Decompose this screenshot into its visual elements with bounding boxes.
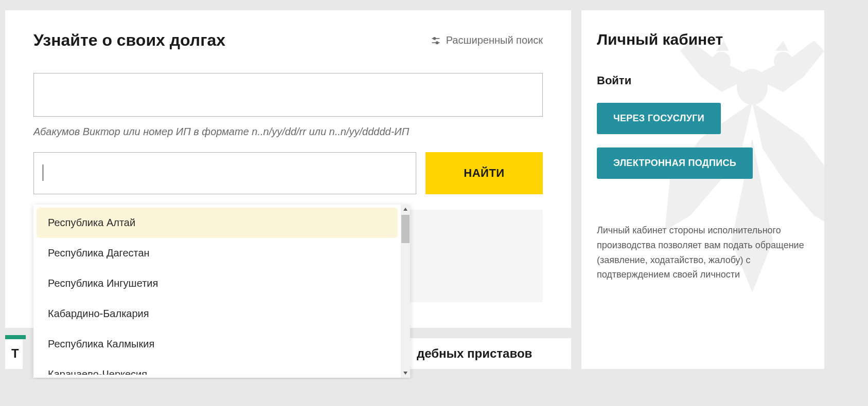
sidebar-description: Личный кабинет стороны исполнительного п…: [597, 223, 809, 282]
tab-left[interactable]: Т: [5, 338, 23, 369]
text-caret: [43, 164, 43, 181]
region-input-wrapper: Республика Алтай Республика Дагестан Рес…: [33, 152, 416, 194]
dropdown-list: Республика Алтай Республика Дагестан Рес…: [33, 205, 401, 378]
dropdown-item[interactable]: Кабардино-Балкария: [37, 299, 398, 329]
login-label: Войти: [597, 74, 809, 87]
input-hint: Абакумов Виктор или номер ИП в формате n…: [33, 126, 543, 138]
find-button[interactable]: НАЙТИ: [426, 152, 543, 194]
scroll-down-icon[interactable]: [401, 368, 410, 378]
name-input[interactable]: [33, 73, 543, 117]
sidebar-title: Личный кабинет: [597, 31, 809, 48]
tab-left-label: Т: [11, 346, 19, 361]
esignature-button[interactable]: ЭЛЕКТРОННАЯ ПОДПИСЬ: [597, 147, 753, 179]
svg-point-3: [436, 42, 438, 44]
dropdown-item[interactable]: Республика Дагестан: [37, 238, 398, 268]
tab-active-indicator: [5, 335, 26, 339]
main-header: Узнайте о своих долгах Расширенный поиск: [33, 31, 543, 50]
svg-marker-4: [403, 208, 408, 211]
gosuslugi-button[interactable]: ЧЕРЕЗ ГОСУСЛУГИ: [597, 103, 721, 134]
dropdown-scrollbar[interactable]: [401, 205, 410, 378]
sidebar-card: Личный кабинет Войти ЧЕРЕЗ ГОСУСЛУГИ ЭЛЕ…: [581, 10, 824, 369]
search-card: Узнайте о своих долгах Расширенный поиск…: [5, 10, 571, 328]
svg-point-1: [433, 37, 435, 39]
scroll-thumb[interactable]: [401, 215, 410, 243]
region-dropdown: Республика Алтай Республика Дагестан Рес…: [33, 205, 410, 378]
svg-marker-5: [403, 372, 408, 375]
advanced-search-label: Расширенный поиск: [446, 34, 543, 46]
tab-right[interactable]: дебных приставов: [409, 338, 571, 369]
dropdown-item[interactable]: Республика Калмыкия: [37, 329, 398, 359]
dropdown-item[interactable]: Республика Ингушетия: [37, 268, 398, 299]
scroll-up-icon[interactable]: [401, 205, 410, 214]
sliders-icon: [431, 35, 441, 46]
tab-right-label: дебных приставов: [417, 346, 532, 361]
page-title: Узнайте о своих долгах: [33, 31, 225, 50]
region-input[interactable]: [33, 152, 416, 194]
advanced-search-link[interactable]: Расширенный поиск: [431, 34, 543, 46]
dropdown-item[interactable]: Республика Алтай: [37, 208, 398, 238]
dropdown-item[interactable]: Карачаево-Черкесия: [37, 359, 398, 375]
